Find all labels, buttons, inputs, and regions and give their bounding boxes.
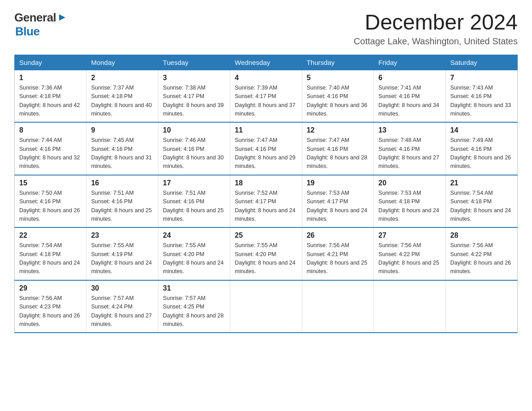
- day-number: 3: [163, 74, 225, 82]
- day-info: Sunrise: 7:51 AMSunset: 4:16 PMDaylight:…: [163, 190, 224, 222]
- day-number: 24: [163, 231, 225, 240]
- calendar-cell: 25 Sunrise: 7:55 AMSunset: 4:20 PMDaylig…: [230, 227, 302, 280]
- header-saturday: Saturday: [446, 55, 517, 70]
- calendar-cell: 10 Sunrise: 7:46 AMSunset: 4:16 PMDaylig…: [158, 122, 230, 175]
- day-info: Sunrise: 7:56 AMSunset: 4:22 PMDaylight:…: [378, 242, 439, 274]
- day-info: Sunrise: 7:56 AMSunset: 4:22 PMDaylight:…: [450, 242, 511, 274]
- day-number: 6: [378, 74, 441, 82]
- day-info: Sunrise: 7:55 AMSunset: 4:19 PMDaylight:…: [91, 242, 152, 274]
- day-number: 19: [307, 179, 369, 187]
- day-number: 11: [235, 126, 297, 134]
- day-info: Sunrise: 7:48 AMSunset: 4:16 PMDaylight:…: [378, 137, 439, 169]
- day-number: 21: [450, 179, 513, 187]
- calendar-cell: [374, 280, 446, 333]
- day-info: Sunrise: 7:45 AMSunset: 4:16 PMDaylight:…: [91, 137, 152, 169]
- day-number: 13: [378, 126, 441, 134]
- day-info: Sunrise: 7:49 AMSunset: 4:16 PMDaylight:…: [450, 137, 511, 169]
- day-number: 18: [235, 179, 297, 187]
- header-monday: Monday: [86, 55, 158, 70]
- day-info: Sunrise: 7:56 AMSunset: 4:23 PMDaylight:…: [19, 295, 80, 327]
- day-info: Sunrise: 7:53 AMSunset: 4:18 PMDaylight:…: [378, 190, 439, 222]
- day-info: Sunrise: 7:46 AMSunset: 4:16 PMDaylight:…: [163, 137, 224, 169]
- calendar-cell: 29 Sunrise: 7:56 AMSunset: 4:23 PMDaylig…: [15, 280, 86, 333]
- day-info: Sunrise: 7:57 AMSunset: 4:24 PMDaylight:…: [91, 295, 152, 327]
- calendar-cell: 4 Sunrise: 7:39 AMSunset: 4:17 PMDayligh…: [230, 70, 302, 122]
- calendar-cell: 26 Sunrise: 7:56 AMSunset: 4:21 PMDaylig…: [302, 227, 373, 280]
- calendar-cell: 8 Sunrise: 7:44 AMSunset: 4:16 PMDayligh…: [15, 122, 86, 175]
- calendar-cell: [302, 280, 373, 333]
- logo-general: General: [14, 11, 56, 25]
- calendar-week-row: 29 Sunrise: 7:56 AMSunset: 4:23 PMDaylig…: [15, 280, 518, 333]
- day-info: Sunrise: 7:43 AMSunset: 4:16 PMDaylight:…: [450, 85, 511, 117]
- day-info: Sunrise: 7:54 AMSunset: 4:18 PMDaylight:…: [19, 242, 80, 274]
- day-number: 20: [378, 179, 441, 187]
- day-number: 7: [450, 74, 513, 82]
- day-info: Sunrise: 7:44 AMSunset: 4:16 PMDaylight:…: [19, 137, 80, 169]
- calendar-cell: 15 Sunrise: 7:50 AMSunset: 4:16 PMDaylig…: [15, 175, 86, 228]
- calendar-cell: 6 Sunrise: 7:41 AMSunset: 4:16 PMDayligh…: [374, 70, 446, 122]
- calendar-cell: 31 Sunrise: 7:57 AMSunset: 4:25 PMDaylig…: [158, 280, 230, 333]
- calendar-cell: 13 Sunrise: 7:48 AMSunset: 4:16 PMDaylig…: [374, 122, 446, 175]
- calendar-cell: 1 Sunrise: 7:36 AMSunset: 4:18 PMDayligh…: [15, 70, 86, 122]
- calendar-cell: 9 Sunrise: 7:45 AMSunset: 4:16 PMDayligh…: [86, 122, 158, 175]
- day-number: 16: [91, 179, 153, 187]
- day-number: 5: [307, 74, 369, 82]
- day-number: 29: [19, 284, 82, 292]
- day-number: 15: [19, 179, 82, 187]
- day-number: 28: [450, 231, 513, 240]
- day-info: Sunrise: 7:39 AMSunset: 4:17 PMDaylight:…: [235, 85, 296, 117]
- page-header: General Blue December 2024 Cottage Lake,…: [14, 11, 518, 47]
- day-info: Sunrise: 7:47 AMSunset: 4:16 PMDaylight:…: [307, 137, 368, 169]
- calendar-cell: 21 Sunrise: 7:54 AMSunset: 4:18 PMDaylig…: [446, 175, 517, 228]
- day-number: 23: [91, 231, 153, 240]
- day-info: Sunrise: 7:50 AMSunset: 4:16 PMDaylight:…: [19, 190, 80, 222]
- day-info: Sunrise: 7:55 AMSunset: 4:20 PMDaylight:…: [163, 242, 224, 274]
- day-info: Sunrise: 7:53 AMSunset: 4:17 PMDaylight:…: [307, 190, 368, 222]
- day-info: Sunrise: 7:56 AMSunset: 4:21 PMDaylight:…: [307, 242, 368, 274]
- day-number: 14: [450, 126, 513, 134]
- calendar-cell: 2 Sunrise: 7:37 AMSunset: 4:18 PMDayligh…: [86, 70, 158, 122]
- day-number: 8: [19, 126, 82, 134]
- location-title: Cottage Lake, Washington, United States: [354, 36, 518, 47]
- day-info: Sunrise: 7:36 AMSunset: 4:18 PMDaylight:…: [19, 85, 80, 117]
- day-number: 31: [163, 284, 225, 292]
- day-number: 26: [307, 231, 369, 240]
- calendar-cell: 12 Sunrise: 7:47 AMSunset: 4:16 PMDaylig…: [302, 122, 373, 175]
- day-number: 9: [91, 126, 153, 134]
- calendar-cell: 7 Sunrise: 7:43 AMSunset: 4:16 PMDayligh…: [446, 70, 517, 122]
- day-info: Sunrise: 7:57 AMSunset: 4:25 PMDaylight:…: [163, 295, 224, 327]
- day-number: 4: [235, 74, 297, 82]
- calendar-week-row: 22 Sunrise: 7:54 AMSunset: 4:18 PMDaylig…: [15, 227, 518, 280]
- calendar-cell: 17 Sunrise: 7:51 AMSunset: 4:16 PMDaylig…: [158, 175, 230, 228]
- header-sunday: Sunday: [15, 55, 86, 70]
- calendar-cell: 3 Sunrise: 7:38 AMSunset: 4:17 PMDayligh…: [158, 70, 230, 122]
- day-info: Sunrise: 7:51 AMSunset: 4:16 PMDaylight:…: [91, 190, 152, 222]
- day-number: 1: [19, 74, 82, 82]
- calendar-week-row: 8 Sunrise: 7:44 AMSunset: 4:16 PMDayligh…: [15, 122, 518, 175]
- day-number: 25: [235, 231, 297, 240]
- day-info: Sunrise: 7:55 AMSunset: 4:20 PMDaylight:…: [235, 242, 296, 274]
- day-info: Sunrise: 7:52 AMSunset: 4:17 PMDaylight:…: [235, 190, 296, 222]
- header-thursday: Thursday: [302, 55, 373, 70]
- calendar-table: Sunday Monday Tuesday Wednesday Thursday…: [14, 55, 518, 334]
- weekday-header-row: Sunday Monday Tuesday Wednesday Thursday…: [15, 55, 518, 70]
- title-section: December 2024 Cottage Lake, Washington, …: [354, 11, 518, 47]
- header-tuesday: Tuesday: [158, 55, 230, 70]
- logo-blue: Blue: [15, 25, 39, 38]
- day-number: 30: [91, 284, 153, 292]
- calendar-cell: 20 Sunrise: 7:53 AMSunset: 4:18 PMDaylig…: [374, 175, 446, 228]
- day-info: Sunrise: 7:54 AMSunset: 4:18 PMDaylight:…: [450, 190, 511, 222]
- calendar-header: Sunday Monday Tuesday Wednesday Thursday…: [15, 55, 518, 70]
- day-info: Sunrise: 7:40 AMSunset: 4:16 PMDaylight:…: [307, 85, 368, 117]
- day-info: Sunrise: 7:38 AMSunset: 4:17 PMDaylight:…: [163, 85, 224, 117]
- calendar-cell: 5 Sunrise: 7:40 AMSunset: 4:16 PMDayligh…: [302, 70, 373, 122]
- month-title: December 2024: [354, 11, 518, 34]
- svg-marker-0: [59, 14, 65, 21]
- logo-arrow-icon: [57, 13, 67, 24]
- header-wednesday: Wednesday: [230, 55, 302, 70]
- calendar-cell: [446, 280, 517, 333]
- logo: General Blue: [14, 11, 67, 39]
- day-number: 12: [307, 126, 369, 134]
- calendar-cell: 24 Sunrise: 7:55 AMSunset: 4:20 PMDaylig…: [158, 227, 230, 280]
- calendar-body: 1 Sunrise: 7:36 AMSunset: 4:18 PMDayligh…: [15, 70, 518, 333]
